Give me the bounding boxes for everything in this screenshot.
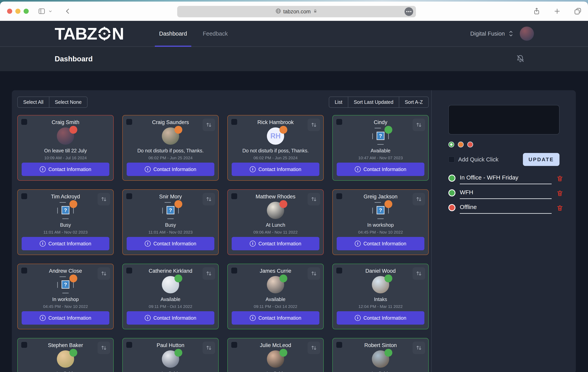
member-card: Craig Smith On leave till 22 July 10:09 … <box>17 115 114 181</box>
member-timestamp: 11:01 AM - Nov 02 2023 <box>18 230 113 235</box>
member-avatar-wrap: ? <box>57 276 74 293</box>
member-checkbox[interactable] <box>21 119 27 125</box>
contact-information-button[interactable]: i Contact Information <box>127 311 214 325</box>
sort-arrows-icon[interactable] <box>203 119 215 131</box>
sort-arrows-icon[interactable] <box>413 193 425 206</box>
quick-click-color-dot <box>448 204 455 211</box>
sort-last-updated-button[interactable]: Sort Last Updated <box>348 97 399 107</box>
delete-quick-click-icon[interactable] <box>556 190 563 198</box>
main-nav: Dashboard Feedback <box>151 21 236 46</box>
status-input[interactable] <box>448 105 559 134</box>
member-status: Do not disturb if poss, Thanks. <box>123 148 218 154</box>
member-checkbox[interactable] <box>21 193 27 199</box>
members-grid-area: Select All Select None List Sort Last Up… <box>12 90 431 372</box>
contact-information-button[interactable]: i Contact Information <box>127 163 214 176</box>
member-checkbox[interactable] <box>231 193 237 199</box>
quick-click-label-field[interactable]: Offline <box>460 204 552 214</box>
contact-information-button[interactable]: i Contact Information <box>232 311 319 325</box>
team-selector[interactable]: Digital Fusion <box>470 30 513 37</box>
contact-information-button[interactable]: i Contact Information <box>337 237 424 250</box>
member-timestamp: 06:02 PM - Jun 25 2024 <box>228 155 323 160</box>
member-card: Paul Hutton Available i Contact Informat… <box>122 338 219 372</box>
broken-image-icon: ? <box>167 206 174 214</box>
broken-image-icon: ? <box>377 132 384 140</box>
member-checkbox[interactable] <box>126 342 132 348</box>
member-checkbox[interactable] <box>21 268 27 273</box>
contact-information-button[interactable]: i Contact Information <box>232 237 319 250</box>
status-color-radio-orange[interactable] <box>458 142 464 147</box>
sort-arrows-icon[interactable] <box>203 341 215 354</box>
member-checkbox[interactable] <box>231 268 237 273</box>
select-none-button[interactable]: Select None <box>49 97 87 107</box>
member-checkbox[interactable] <box>336 193 342 199</box>
member-checkbox[interactable] <box>126 268 132 273</box>
quick-click-label-field[interactable]: In Office - WFH Friday <box>460 174 552 184</box>
sort-arrows-icon[interactable] <box>97 341 110 354</box>
quick-click-color-dot <box>448 189 455 196</box>
tab-dashboard[interactable]: Dashboard <box>151 21 195 46</box>
member-checkbox[interactable] <box>126 119 132 125</box>
status-dot <box>69 274 77 282</box>
sort-arrows-icon[interactable] <box>413 341 425 354</box>
close-window-button[interactable] <box>7 9 12 14</box>
list-view-button[interactable]: List <box>329 97 348 107</box>
notifications-muted-bell-icon[interactable] <box>516 54 525 64</box>
sort-arrows-icon[interactable] <box>308 341 320 354</box>
member-checkbox[interactable] <box>126 193 132 199</box>
sidebar-chevron-icon[interactable] <box>48 9 52 13</box>
member-checkbox[interactable] <box>336 119 342 125</box>
contact-button-label: Contact Information <box>363 241 406 247</box>
status-color-radio-green[interactable] <box>448 142 454 147</box>
status-dot <box>69 200 77 208</box>
member-checkbox[interactable] <box>231 342 237 348</box>
page-title: Dashboard <box>55 55 93 63</box>
member-card: James Currie Available 09:11 PM - Oct 14… <box>227 264 324 329</box>
sort-arrows-icon[interactable] <box>97 193 110 206</box>
member-timestamp: 06:02 PM - Jun 25 2024 <box>123 155 218 160</box>
address-bar[interactable]: tabzon.com <box>177 6 416 17</box>
sidebar-toggle-icon[interactable] <box>38 7 46 15</box>
minimize-window-button[interactable] <box>15 9 21 14</box>
page-settings-icon[interactable] <box>405 7 413 16</box>
sort-arrows-icon[interactable] <box>203 267 215 280</box>
member-card: Robert Sinton Available i Contact Inform… <box>332 338 429 372</box>
member-card: Craig Saunders Do not disturb if poss, T… <box>122 115 219 181</box>
tab-overview-icon[interactable] <box>573 7 582 16</box>
contact-information-button[interactable]: i Contact Information <box>337 163 424 176</box>
new-tab-icon[interactable] <box>553 7 561 15</box>
contact-information-button[interactable]: i Contact Information <box>232 163 319 176</box>
member-checkbox[interactable] <box>336 268 342 273</box>
sort-arrows-icon[interactable] <box>203 193 215 206</box>
sort-arrows-icon[interactable] <box>413 119 425 131</box>
delete-quick-click-icon[interactable] <box>556 205 563 212</box>
quick-click-label-field[interactable]: WFH <box>460 189 552 199</box>
back-button-icon[interactable] <box>64 8 72 15</box>
sort-arrows-icon[interactable] <box>97 267 110 280</box>
sort-a-z-button[interactable]: Sort A-Z <box>399 97 428 107</box>
zoom-window-button[interactable] <box>24 9 29 14</box>
update-button[interactable]: UPDATE <box>523 153 559 166</box>
member-status: Busy <box>123 222 218 228</box>
contact-information-button[interactable]: i Contact Information <box>337 311 424 325</box>
sort-arrows-icon[interactable] <box>308 193 320 206</box>
status-dot <box>279 126 287 134</box>
sort-arrows-icon[interactable] <box>308 267 320 280</box>
member-checkbox[interactable] <box>21 342 27 348</box>
delete-quick-click-icon[interactable] <box>556 175 563 183</box>
contact-information-button[interactable]: i Contact Information <box>22 311 109 325</box>
member-avatar-wrap <box>372 350 389 368</box>
member-card: Rick Hambrook RH Do not disturb if poss,… <box>227 115 324 181</box>
select-all-button[interactable]: Select All <box>18 97 49 107</box>
contact-information-button[interactable]: i Contact Information <box>127 237 214 250</box>
member-checkbox[interactable] <box>231 119 237 125</box>
status-color-radio-red[interactable] <box>467 142 473 147</box>
member-checkbox[interactable] <box>336 342 342 348</box>
sort-arrows-icon[interactable] <box>413 267 425 280</box>
sort-arrows-icon[interactable] <box>308 119 320 131</box>
contact-information-button[interactable]: i Contact Information <box>22 163 109 176</box>
add-quick-click-checkbox[interactable] <box>448 156 455 163</box>
tab-feedback[interactable]: Feedback <box>195 21 236 46</box>
contact-information-button[interactable]: i Contact Information <box>22 237 109 250</box>
share-icon[interactable] <box>533 7 541 15</box>
user-avatar[interactable] <box>520 27 534 41</box>
